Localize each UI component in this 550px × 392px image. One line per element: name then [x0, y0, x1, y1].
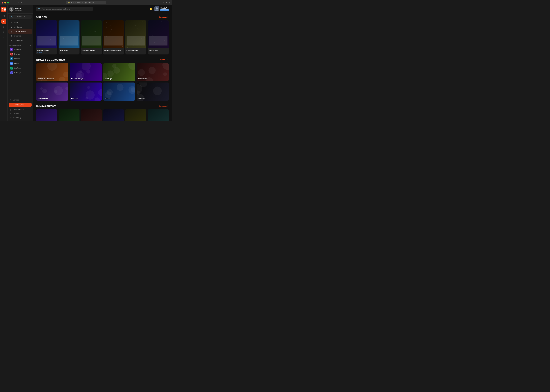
profile-chip[interactable]: Gosito7 PRO PASS	[154, 7, 169, 11]
app-logo[interactable]	[1, 7, 7, 12]
sidebar-item-communities[interactable]: ❋ Communities	[8, 38, 32, 42]
sidebar-item-discover[interactable]: ◎ Discover Games	[8, 29, 32, 34]
game-card-galactic-outlaws[interactable]: Galactic Outlaws + JOIN	[36, 20, 57, 55]
macro-item-f[interactable]: F	[1, 19, 6, 24]
dev-card-4[interactable]	[103, 109, 124, 121]
category-simulation[interactable]: Simulation	[136, 63, 169, 81]
global-search-input[interactable]	[42, 8, 91, 10]
category-action-adventure[interactable]: Action & Adventure	[36, 63, 68, 81]
top-bar-right: 🔔 Gosito7 PRO PASS	[149, 7, 169, 11]
settings-icon: ⚙	[10, 99, 12, 101]
search-close-icon[interactable]: ×	[24, 16, 30, 18]
close-button[interactable]	[2, 2, 3, 3]
global-search[interactable]: 🔍	[36, 7, 93, 11]
macro-item-c[interactable]: C	[1, 35, 6, 40]
svg-marker-8	[11, 53, 13, 55]
macro-item-default[interactable]: ⬡	[1, 14, 6, 19]
forward-button[interactable]: ›	[20, 1, 23, 4]
back-button[interactable]: ‹	[18, 1, 20, 4]
dev-card-1[interactable]	[36, 109, 57, 121]
favourites-list: Voidborn Hexrise Frostfall Aether	[7, 47, 33, 75]
category-role-playing[interactable]: Role Playing	[36, 83, 68, 100]
request-feature-item[interactable]: ◌ Request feature	[8, 108, 32, 112]
game-card-reals-of-shadows[interactable]: Reals of Shadows	[81, 20, 102, 55]
voidborn-icon	[10, 48, 13, 51]
get-help-label: Get help	[13, 113, 19, 115]
category-shooter[interactable]: Shooter	[136, 83, 169, 100]
game-title: Steel Gladiators	[127, 49, 145, 51]
search-label: Search	[17, 16, 23, 18]
svg-rect-3	[4, 8, 6, 9]
game-card-info: Galactic Outlaws + JOIN	[36, 48, 57, 55]
fav-rampage[interactable]: Rampage	[8, 70, 32, 75]
macro-item-g[interactable]: G	[1, 24, 6, 29]
search-bar[interactable]: 🔍 Search ×	[9, 15, 32, 19]
report-bug-item[interactable]: ◌ Report bug	[8, 116, 32, 119]
sidebar-item-home[interactable]: ⌂ Home	[8, 21, 32, 25]
share-icon[interactable]: ⬆	[163, 1, 165, 4]
category-label: Simulation	[138, 78, 147, 80]
join-button[interactable]: + JOIN	[37, 51, 42, 53]
game-card-info: Reals of Shadows	[81, 48, 102, 52]
dev-card-5[interactable]	[125, 109, 146, 121]
in-development-explore-all[interactable]: Explore All ›	[158, 105, 169, 107]
shield-icon: 🛡	[25, 1, 27, 4]
category-sports[interactable]: Sports	[103, 83, 135, 100]
fav-voidborn[interactable]: Voidborn	[8, 47, 32, 52]
sidebar-item-my-games[interactable]: ◉ My Games	[8, 25, 32, 29]
game-card-spellforge[interactable]: Spell Forge: Chronicles	[103, 20, 124, 55]
settings-item[interactable]: ⚙ Settings	[8, 98, 32, 102]
notifications-button[interactable]: 🔔	[149, 7, 152, 10]
url-text: https://gamefactory.gg/home	[71, 2, 91, 3]
fav-warforge[interactable]: Warforge	[8, 66, 32, 70]
pro-pass-badge: PRO PASS	[160, 9, 169, 11]
category-label: Action & Adventure	[38, 78, 54, 80]
aether-icon	[10, 62, 13, 65]
game-card-alien-siege[interactable]: Alien Siege	[58, 20, 79, 55]
categories-header: Browse By Categories Explore All ›	[36, 58, 169, 61]
chevron-up-icon[interactable]: ∧	[30, 45, 31, 46]
user-section[interactable]: Edwin E. @TopPlayer	[7, 5, 33, 14]
game-card-hollow-forror[interactable]: Hollow Forror	[148, 20, 169, 55]
category-fighting[interactable]: Fighting	[70, 83, 102, 100]
category-label: Role Playing	[38, 97, 48, 99]
categories-grid: Action & Adventure Racing & Flying Strat…	[36, 63, 169, 101]
fav-aether[interactable]: Aether	[8, 61, 32, 66]
profile-name: Gosito7	[160, 7, 169, 9]
minimize-button[interactable]	[4, 2, 6, 3]
new-tab-icon[interactable]: +	[166, 1, 167, 4]
communities-icon: ❋	[10, 39, 13, 42]
sidebar-bottom: ⚙ Settings Invite a friend ◌ Request fea…	[7, 97, 33, 121]
fav-hexrise[interactable]: Hexrise	[8, 52, 32, 56]
address-bar[interactable]: 🔒 https://gamefactory.gg/home ↻	[66, 1, 106, 4]
categories-explore-all[interactable]: Explore All ›	[158, 59, 169, 61]
workstation-icon: ▦	[10, 35, 13, 37]
sidebar-toggle-button[interactable]: ⊡	[11, 1, 14, 4]
fav-aether-label: Aether	[14, 63, 19, 64]
out-now-explore-all[interactable]: Explore All ›	[158, 16, 169, 18]
category-strategy[interactable]: Strategy	[103, 63, 135, 81]
dev-card-3[interactable]	[81, 109, 102, 121]
dev-card-2[interactable]	[58, 109, 79, 121]
chevron-right-icon: ›	[168, 105, 169, 107]
app-container: ⬡ F G J C Edwin E. @TopPlayer 🔍 Search ×	[0, 5, 172, 121]
dev-card-6[interactable]	[148, 109, 169, 121]
invite-friend-button[interactable]: Invite a friend	[9, 103, 32, 107]
macro-item-j[interactable]: J	[1, 30, 6, 35]
sidebar-item-workstation[interactable]: ▦ Workstation	[8, 34, 32, 38]
main-sidebar: Edwin E. @TopPlayer 🔍 Search × ⌂ Home ◉ …	[7, 5, 33, 121]
get-help-icon: ◌	[10, 113, 12, 115]
windows-icon[interactable]: ⊞	[169, 1, 170, 4]
fav-frostfall[interactable]: Frostfall	[8, 56, 32, 61]
traffic-lights	[2, 2, 9, 3]
in-development-row	[36, 109, 169, 121]
fullscreen-button[interactable]	[7, 2, 9, 3]
get-help-item[interactable]: ◌ Get help	[8, 112, 32, 116]
refresh-icon[interactable]: ↻	[92, 2, 94, 3]
main-content: 🔍 🔔 Gosito7 PRO PASS	[33, 5, 172, 121]
category-racing-flying[interactable]: Racing & Flying	[70, 63, 102, 81]
category-label: Shooter	[138, 97, 145, 99]
chevron-right-icon: ›	[168, 16, 169, 18]
fav-hexrise-label: Hexrise	[14, 53, 20, 55]
game-card-steel-gladiators[interactable]: Steel Gladiators	[125, 20, 146, 55]
